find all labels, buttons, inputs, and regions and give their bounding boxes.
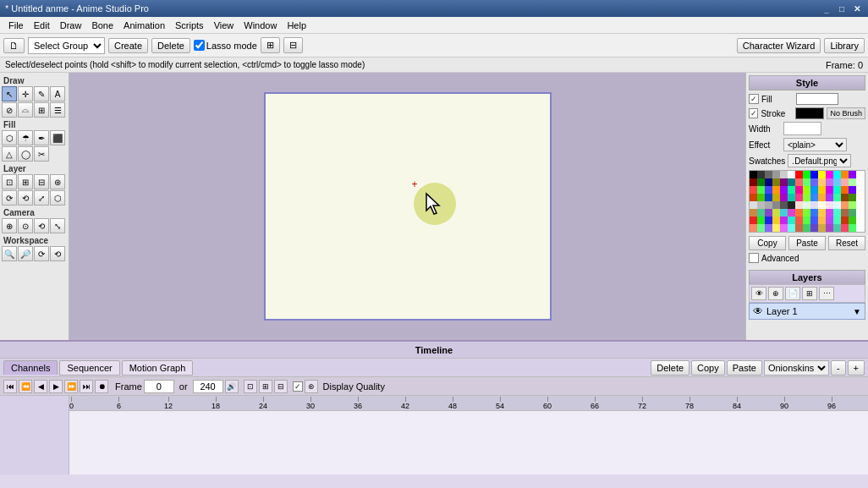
warp-tool[interactable]: ⊞ xyxy=(34,102,49,118)
scissors-tool[interactable]: ✂ xyxy=(34,146,49,162)
color-swatch[interactable] xyxy=(780,186,788,194)
oval-tool[interactable]: ◯ xyxy=(18,146,33,162)
effect-select[interactable]: <plain> xyxy=(783,138,847,151)
color-swatch[interactable] xyxy=(780,209,788,217)
close-btn[interactable]: ✕ xyxy=(851,3,863,14)
color-swatch[interactable] xyxy=(826,201,833,209)
transform-tool[interactable]: ⊘ xyxy=(2,102,17,118)
color-swatch[interactable] xyxy=(810,224,818,232)
zoom-out-tool[interactable]: 🔎 xyxy=(18,246,33,261)
view-btn1[interactable]: ⊡ xyxy=(244,380,257,393)
fill-tool[interactable]: ⬡ xyxy=(2,130,17,145)
color-swatch[interactable] xyxy=(833,186,841,194)
menu-window[interactable]: Window xyxy=(239,19,282,32)
new-button[interactable]: 🗋 xyxy=(3,38,25,53)
character-wizard-button[interactable]: Character Wizard xyxy=(737,38,821,53)
camera-tool4[interactable]: ⤡ xyxy=(50,218,65,233)
layers-more-btn[interactable]: ⋯ xyxy=(819,287,834,300)
color-swatch[interactable] xyxy=(841,178,849,186)
color-swatch[interactable] xyxy=(833,224,841,232)
color-swatch[interactable] xyxy=(757,209,765,217)
color-swatch[interactable] xyxy=(818,171,826,178)
color-swatch[interactable] xyxy=(849,224,856,232)
bone-tool3[interactable]: ⤢ xyxy=(34,190,49,206)
color-swatch[interactable] xyxy=(757,194,765,201)
color-swatch[interactable] xyxy=(803,194,810,201)
menu-bone[interactable]: Bone xyxy=(86,19,118,32)
color-swatch[interactable] xyxy=(765,178,772,186)
color-swatch[interactable] xyxy=(826,217,833,224)
color-swatch[interactable] xyxy=(788,171,795,178)
color-swatch[interactable] xyxy=(795,171,803,178)
color-swatch[interactable] xyxy=(788,186,795,194)
color-swatch[interactable] xyxy=(765,186,772,194)
color-swatch[interactable] xyxy=(788,224,795,232)
record-btn[interactable]: ⏺ xyxy=(95,380,108,393)
layers-new-btn[interactable]: 📄 xyxy=(785,287,800,300)
camera-tool3[interactable]: ⟲ xyxy=(34,218,49,233)
color-swatch[interactable] xyxy=(788,217,795,224)
menu-edit[interactable]: Edit xyxy=(29,19,55,32)
total-frames-input[interactable] xyxy=(193,380,223,393)
color-swatch[interactable] xyxy=(757,171,765,178)
play-btn[interactable]: ▶ xyxy=(49,380,63,393)
color-swatch[interactable] xyxy=(849,186,856,194)
bezier-tool[interactable]: ⌓ xyxy=(18,102,33,118)
select-tool[interactable]: ↖ xyxy=(2,86,17,101)
loop-checkbox[interactable] xyxy=(293,381,303,392)
color-swatch[interactable] xyxy=(795,209,803,217)
bone-tool1[interactable]: ⟳ xyxy=(2,190,17,206)
copy-keyframe-button[interactable]: Copy xyxy=(691,360,725,376)
color-swatch[interactable] xyxy=(826,194,833,201)
reset-view-tool[interactable]: ⟲ xyxy=(50,246,65,261)
eyedrop-tool[interactable]: ✒ xyxy=(34,130,49,145)
color-swatch[interactable] xyxy=(757,186,765,194)
color-swatch[interactable] xyxy=(810,217,818,224)
delete-button[interactable]: Delete xyxy=(151,38,190,53)
canvas-area[interactable]: + xyxy=(69,73,745,340)
shape-tool[interactable]: △ xyxy=(2,146,17,162)
pan-tool[interactable]: ⟳ xyxy=(34,246,49,261)
layers-eye-btn[interactable]: 👁 xyxy=(751,287,766,300)
menu-draw[interactable]: Draw xyxy=(55,19,87,32)
color-swatch[interactable] xyxy=(765,217,772,224)
color-swatch[interactable] xyxy=(803,186,810,194)
delete-keyframe-button[interactable]: Delete xyxy=(651,360,689,376)
camera-tool2[interactable]: ⊙ xyxy=(18,218,33,233)
menu-file[interactable]: File xyxy=(3,19,29,32)
color-swatch[interactable] xyxy=(826,224,833,232)
color-swatch[interactable] xyxy=(772,201,780,209)
color-swatch[interactable] xyxy=(841,217,849,224)
stroke-color-swatch[interactable] xyxy=(795,107,824,119)
color-swatch[interactable] xyxy=(772,171,780,178)
paste-style-button[interactable]: Paste xyxy=(788,236,826,250)
color-swatch[interactable] xyxy=(750,201,757,209)
color-swatch[interactable] xyxy=(841,171,849,178)
color-swatch[interactable] xyxy=(833,194,841,201)
zoom-in-tool[interactable]: 🔍 xyxy=(2,246,17,261)
color-swatch[interactable] xyxy=(795,186,803,194)
color-swatch[interactable] xyxy=(795,194,803,201)
color-swatch[interactable] xyxy=(833,217,841,224)
color-swatch[interactable] xyxy=(780,224,788,232)
color-swatch[interactable] xyxy=(765,224,772,232)
color-swatch[interactable] xyxy=(750,178,757,186)
timeline-right[interactable]: 0612182430364248546066727884909610210811… xyxy=(69,396,868,474)
fill-color-swatch[interactable] xyxy=(796,93,838,105)
color-swatch[interactable] xyxy=(818,201,826,209)
color-swatch[interactable] xyxy=(810,194,818,201)
layer-visibility-icon[interactable]: 👁 xyxy=(753,305,763,317)
menu-help[interactable]: Help xyxy=(282,19,311,32)
stroke-checkbox[interactable] xyxy=(749,108,758,118)
color-swatch[interactable] xyxy=(757,217,765,224)
color-swatch[interactable] xyxy=(780,194,788,201)
color-swatch[interactable] xyxy=(772,194,780,201)
color-swatch[interactable] xyxy=(765,209,772,217)
color-swatch[interactable] xyxy=(780,217,788,224)
color-swatch[interactable] xyxy=(810,171,818,178)
color-swatch[interactable] xyxy=(833,178,841,186)
color-swatch[interactable] xyxy=(757,224,765,232)
layer-tool3[interactable]: ⊟ xyxy=(34,174,49,189)
layer-tool4[interactable]: ⊛ xyxy=(50,174,65,189)
onionskins-select[interactable]: Onionskins xyxy=(764,360,829,376)
